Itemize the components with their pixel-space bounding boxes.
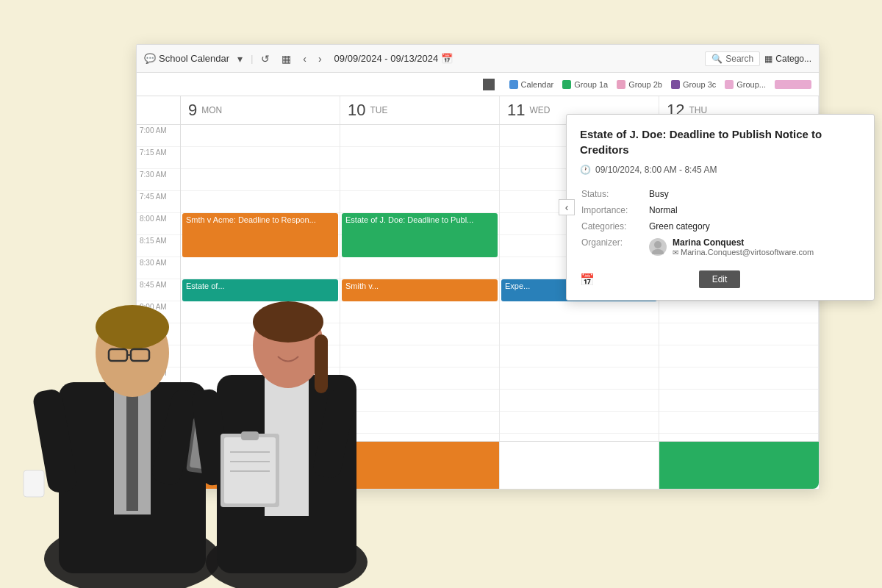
event-detail-footer: 📅 Edit	[580, 270, 861, 288]
day-slot-cell[interactable]	[659, 323, 818, 345]
organizer-avatar	[649, 238, 667, 256]
legend-label-calendar: Calendar	[521, 80, 554, 89]
day-slot-cell[interactable]	[500, 345, 659, 368]
time-slot-label: 8:45 AM	[137, 279, 180, 301]
calendar-toolbar: 💬 School Calendar ▾ | ↺ ▦ ‹ › 09/09/2024…	[137, 45, 819, 73]
day-slot-cell[interactable]	[340, 345, 499, 368]
day-slot-cell[interactable]	[181, 323, 340, 345]
day-slot-cell[interactable]	[181, 257, 340, 279]
day-slot-cell[interactable]	[659, 301, 818, 323]
search-box[interactable]: 🔍 Search	[705, 51, 760, 66]
bottom-bars-row	[137, 441, 819, 489]
avatar-icon	[650, 240, 665, 254]
event-estate-tue[interactable]: Estate of J. Doe: Deadline to Publ...	[342, 213, 498, 257]
categories-row: Categories: Green category	[581, 219, 859, 234]
calendar-name-display: 💬 School Calendar	[144, 53, 229, 64]
day-slot-cell[interactable]	[340, 301, 499, 323]
prev-icon: ‹	[303, 53, 306, 65]
legend-dot-group2	[617, 80, 625, 89]
day-slot-cell[interactable]	[340, 169, 499, 191]
event-detail-popup: ‹ Estate of J. Doe: Deadline to Publish …	[566, 114, 875, 301]
time-slot-label: 9:15 AM	[137, 323, 180, 345]
day-slot-cell[interactable]	[340, 412, 499, 434]
refresh-button[interactable]: ↺	[257, 51, 273, 66]
legend-group4: Group...	[725, 80, 766, 89]
day-slot-cell[interactable]	[659, 412, 818, 434]
next-button[interactable]: ›	[315, 51, 326, 66]
search-label: Search	[725, 54, 753, 64]
day-slot-cell[interactable]	[181, 169, 340, 191]
time-column: 7:00 AM7:15 AM7:30 AM7:45 AM8:00 AM8:15 …	[137, 125, 181, 441]
day-slot-cell[interactable]	[340, 125, 499, 147]
status-label: Status:	[581, 187, 648, 201]
time-slot-label: 10:15 AM	[137, 412, 180, 434]
day-slot-cell[interactable]	[181, 390, 340, 412]
event-smith-tue[interactable]: Smith v...	[342, 279, 498, 301]
time-slot-label: 8:30 AM	[137, 257, 180, 279]
day-col-tue[interactable]: Estate of J. Doe: Deadline to Publ...Smi…	[340, 125, 500, 441]
legend-dot-calendar	[509, 80, 518, 89]
importance-value: Normal	[649, 203, 859, 218]
bottom-bar-thu[interactable]	[659, 442, 819, 489]
day-slot-cell[interactable]	[181, 345, 340, 368]
event-estate-mon[interactable]: Estate of...	[182, 279, 338, 301]
svg-point-2	[44, 522, 220, 588]
close-arrow-button[interactable]: ‹	[559, 199, 575, 215]
legend-bar: Calendar Group 1a Group 2b Group 3c Grou…	[137, 73, 819, 96]
day-slot-cell[interactable]	[500, 368, 659, 390]
dropdown-icon: ▾	[237, 53, 243, 65]
prev-button[interactable]: ‹	[299, 51, 310, 66]
grid-view-button[interactable]: ▦	[278, 51, 295, 66]
day-slot-cell[interactable]	[500, 301, 659, 323]
day-slot-cell[interactable]	[181, 301, 340, 323]
time-slot-label: 7:00 AM	[137, 125, 180, 147]
day-slot-cell[interactable]	[659, 390, 818, 412]
importance-row: Importance: Normal	[581, 203, 859, 218]
day-col-mon[interactable]: Smth v Acme: Deadline to Respon...Estate…	[181, 125, 340, 441]
add-to-calendar-icon[interactable]: 📅	[580, 273, 595, 287]
view-toggle-square[interactable]	[483, 79, 495, 90]
legend-group2: Group 2b	[617, 80, 662, 89]
legend-group3: Group 3c	[671, 80, 716, 89]
bottom-bar-mon[interactable]	[181, 442, 340, 489]
event-smth-acme-mon[interactable]: Smth v Acme: Deadline to Respon...	[182, 213, 338, 257]
day-slot-cell[interactable]	[659, 345, 818, 368]
edit-button[interactable]: Edit	[699, 270, 741, 288]
legend-label-group2: Group 2b	[628, 80, 662, 89]
svg-rect-13	[24, 470, 44, 497]
date-range-display: 09/09/2024 - 09/13/2024 📅	[334, 53, 453, 64]
clock-icon: 🕐	[580, 165, 591, 175]
bottom-bar-wed	[500, 442, 659, 489]
categories-value: Green category	[649, 219, 859, 234]
organizer-info-cell: Marina Conquest ✉ Marina.Conquest@virtos…	[649, 235, 859, 259]
legend-label-group1: Group 1a	[574, 80, 608, 89]
date-range-text: 09/09/2024 - 09/13/2024	[334, 53, 439, 64]
day-slot-cell[interactable]	[340, 257, 499, 279]
day-slot-cell[interactable]	[340, 323, 499, 345]
svg-point-1	[652, 249, 664, 254]
day-slot-cell[interactable]	[500, 412, 659, 434]
category-button[interactable]: ▦ Catego...	[764, 54, 811, 64]
day-slot-cell[interactable]	[181, 368, 340, 390]
day-slot-cell[interactable]	[181, 125, 340, 147]
legend-calendar: Calendar	[509, 80, 554, 89]
svg-rect-8	[109, 349, 127, 361]
next-icon: ›	[318, 53, 322, 65]
separator: |	[251, 54, 253, 64]
day-slot-cell[interactable]	[340, 390, 499, 412]
day-slot-cell[interactable]	[659, 368, 818, 390]
day-name-wed: Wed	[529, 105, 550, 115]
time-slot-label: 7:45 AM	[137, 191, 180, 213]
day-slot-cell[interactable]	[340, 147, 499, 169]
day-slot-cell[interactable]	[340, 368, 499, 390]
status-value: Busy	[649, 187, 859, 201]
day-num-tue: 10	[348, 101, 365, 120]
day-slot-cell[interactable]	[500, 323, 659, 345]
day-slot-cell[interactable]	[340, 191, 499, 213]
dropdown-button[interactable]: ▾	[234, 51, 246, 66]
day-slot-cell[interactable]	[181, 147, 340, 169]
day-slot-cell[interactable]	[181, 412, 340, 434]
day-slot-cell[interactable]	[181, 191, 340, 213]
bottom-bar-tue[interactable]	[340, 442, 500, 489]
day-slot-cell[interactable]	[500, 390, 659, 412]
